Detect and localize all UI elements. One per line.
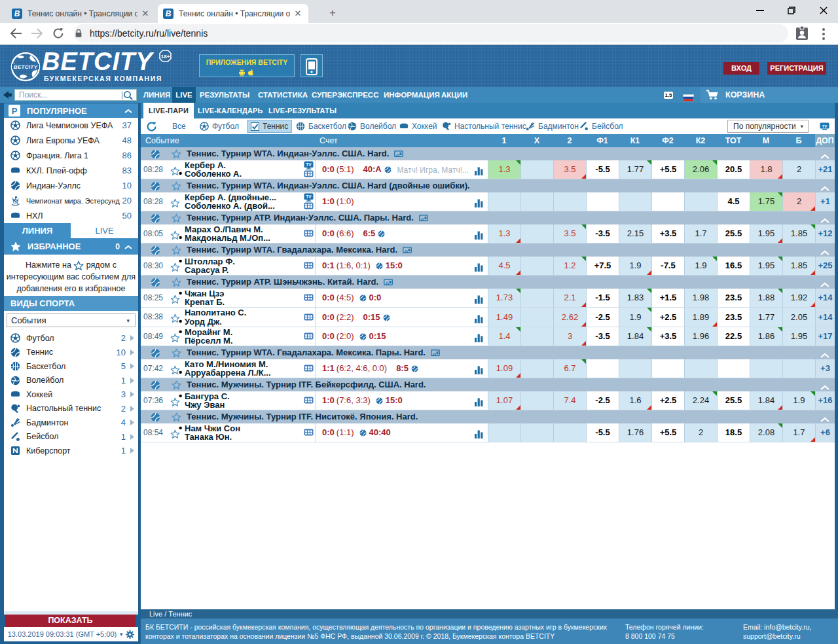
svg-text:TV: TV (822, 124, 828, 128)
svg-text:BETCITY: BETCITY (14, 64, 38, 70)
svg-text:TV: TV (306, 194, 312, 199)
svg-text:P: P (12, 106, 18, 116)
svg-text:TV: TV (306, 162, 312, 167)
svg-text:18+: 18+ (161, 54, 170, 60)
